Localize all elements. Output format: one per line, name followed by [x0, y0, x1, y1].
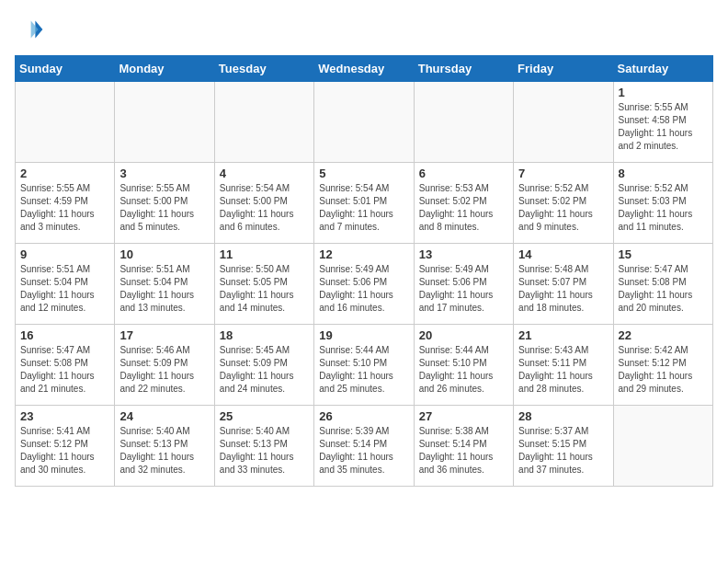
calendar-cell: 24Sunrise: 5:40 AM Sunset: 5:13 PM Dayli… [115, 406, 214, 487]
calendar-cell: 23Sunrise: 5:41 AM Sunset: 5:12 PM Dayli… [16, 406, 115, 487]
day-number: 20 [419, 328, 508, 342]
logo [15, 15, 48, 44]
day-info: Sunrise: 5:44 AM Sunset: 5:10 PM Dayligh… [319, 344, 408, 396]
calendar-cell [115, 82, 214, 163]
day-info: Sunrise: 5:54 AM Sunset: 5:01 PM Dayligh… [319, 182, 408, 234]
day-number: 24 [119, 409, 209, 423]
day-info: Sunrise: 5:40 AM Sunset: 5:13 PM Dayligh… [220, 425, 309, 477]
day-info: Sunrise: 5:47 AM Sunset: 5:08 PM Dayligh… [619, 263, 708, 315]
day-info: Sunrise: 5:38 AM Sunset: 5:14 PM Dayligh… [419, 425, 508, 477]
calendar-week-1: 2Sunrise: 5:55 AM Sunset: 4:59 PM Daylig… [16, 163, 713, 244]
calendar-cell: 9Sunrise: 5:51 AM Sunset: 5:04 PM Daylig… [16, 244, 115, 325]
day-number: 2 [20, 167, 109, 180]
weekday-header-monday: Monday [115, 56, 214, 82]
day-info: Sunrise: 5:54 AM Sunset: 5:00 PM Dayligh… [220, 182, 309, 234]
day-number: 21 [518, 328, 608, 342]
day-info: Sunrise: 5:51 AM Sunset: 5:04 PM Dayligh… [119, 263, 209, 315]
weekday-header-sunday: Sunday [16, 56, 115, 82]
day-number: 5 [319, 167, 408, 180]
calendar-cell: 17Sunrise: 5:46 AM Sunset: 5:09 PM Dayli… [115, 325, 214, 406]
day-number: 26 [319, 409, 408, 423]
day-info: Sunrise: 5:49 AM Sunset: 5:06 PM Dayligh… [419, 263, 508, 315]
day-info: Sunrise: 5:37 AM Sunset: 5:15 PM Dayligh… [518, 425, 608, 477]
weekday-header-row: SundayMondayTuesdayWednesdayThursdayFrid… [16, 56, 713, 82]
calendar-body: 1Sunrise: 5:55 AM Sunset: 4:58 PM Daylig… [16, 82, 713, 487]
calendar-cell: 19Sunrise: 5:44 AM Sunset: 5:10 PM Dayli… [314, 325, 414, 406]
weekday-header-thursday: Thursday [414, 56, 513, 82]
day-info: Sunrise: 5:48 AM Sunset: 5:07 PM Dayligh… [518, 263, 608, 315]
day-number: 14 [518, 247, 608, 261]
day-info: Sunrise: 5:45 AM Sunset: 5:09 PM Dayligh… [220, 344, 309, 396]
day-info: Sunrise: 5:53 AM Sunset: 5:02 PM Dayligh… [419, 182, 508, 234]
day-info: Sunrise: 5:55 AM Sunset: 4:58 PM Dayligh… [619, 101, 708, 153]
calendar-cell: 28Sunrise: 5:37 AM Sunset: 5:15 PM Dayli… [514, 406, 613, 487]
day-number: 4 [220, 167, 309, 180]
calendar-cell: 12Sunrise: 5:49 AM Sunset: 5:06 PM Dayli… [314, 244, 414, 325]
weekday-header-wednesday: Wednesday [314, 56, 414, 82]
weekday-header-friday: Friday [514, 56, 613, 82]
day-number: 1 [619, 86, 708, 99]
calendar-week-4: 23Sunrise: 5:41 AM Sunset: 5:12 PM Dayli… [16, 406, 713, 487]
day-number: 15 [619, 247, 708, 261]
day-info: Sunrise: 5:39 AM Sunset: 5:14 PM Dayligh… [319, 425, 408, 477]
day-number: 17 [119, 328, 209, 342]
calendar-cell: 25Sunrise: 5:40 AM Sunset: 5:13 PM Dayli… [214, 406, 313, 487]
day-number: 18 [220, 328, 309, 342]
day-number: 25 [220, 409, 309, 423]
calendar-cell [414, 82, 513, 163]
calendar-cell: 1Sunrise: 5:55 AM Sunset: 4:58 PM Daylig… [613, 82, 712, 163]
weekday-header-tuesday: Tuesday [214, 56, 313, 82]
calendar-cell: 11Sunrise: 5:50 AM Sunset: 5:05 PM Dayli… [214, 244, 313, 325]
day-info: Sunrise: 5:49 AM Sunset: 5:06 PM Dayligh… [319, 263, 408, 315]
day-number: 6 [419, 167, 508, 180]
calendar-cell: 21Sunrise: 5:43 AM Sunset: 5:11 PM Dayli… [514, 325, 613, 406]
calendar-cell [16, 82, 115, 163]
day-number: 19 [319, 328, 408, 342]
calendar-cell: 5Sunrise: 5:54 AM Sunset: 5:01 PM Daylig… [314, 163, 414, 244]
calendar-cell: 15Sunrise: 5:47 AM Sunset: 5:08 PM Dayli… [613, 244, 712, 325]
calendar-cell: 18Sunrise: 5:45 AM Sunset: 5:09 PM Dayli… [214, 325, 313, 406]
day-number: 28 [518, 409, 608, 423]
day-info: Sunrise: 5:52 AM Sunset: 5:02 PM Dayligh… [518, 182, 608, 234]
calendar-table: SundayMondayTuesdayWednesdayThursdayFrid… [15, 55, 713, 487]
weekday-header-saturday: Saturday [613, 56, 712, 82]
day-info: Sunrise: 5:44 AM Sunset: 5:10 PM Dayligh… [419, 344, 508, 396]
logo-icon [15, 15, 44, 44]
calendar-cell [613, 406, 712, 487]
day-info: Sunrise: 5:41 AM Sunset: 5:12 PM Dayligh… [20, 425, 109, 477]
calendar-cell: 14Sunrise: 5:48 AM Sunset: 5:07 PM Dayli… [514, 244, 613, 325]
day-info: Sunrise: 5:52 AM Sunset: 5:03 PM Dayligh… [619, 182, 708, 234]
day-info: Sunrise: 5:40 AM Sunset: 5:13 PM Dayligh… [119, 425, 209, 477]
day-info: Sunrise: 5:42 AM Sunset: 5:12 PM Dayligh… [619, 344, 708, 396]
day-number: 7 [518, 167, 608, 180]
day-info: Sunrise: 5:55 AM Sunset: 5:00 PM Dayligh… [119, 182, 209, 234]
day-number: 23 [20, 409, 109, 423]
day-number: 10 [119, 247, 209, 261]
calendar-cell: 7Sunrise: 5:52 AM Sunset: 5:02 PM Daylig… [514, 163, 613, 244]
day-number: 16 [20, 328, 109, 342]
day-number: 22 [619, 328, 708, 342]
day-number: 11 [220, 247, 309, 261]
day-info: Sunrise: 5:43 AM Sunset: 5:11 PM Dayligh… [518, 344, 608, 396]
day-number: 12 [319, 247, 408, 261]
calendar-cell: 20Sunrise: 5:44 AM Sunset: 5:10 PM Dayli… [414, 325, 513, 406]
calendar-cell [314, 82, 414, 163]
calendar-cell: 4Sunrise: 5:54 AM Sunset: 5:00 PM Daylig… [214, 163, 313, 244]
calendar-week-2: 9Sunrise: 5:51 AM Sunset: 5:04 PM Daylig… [16, 244, 713, 325]
calendar-cell: 8Sunrise: 5:52 AM Sunset: 5:03 PM Daylig… [613, 163, 712, 244]
day-number: 13 [419, 247, 508, 261]
day-number: 8 [619, 167, 708, 180]
calendar-cell [214, 82, 313, 163]
calendar-cell: 16Sunrise: 5:47 AM Sunset: 5:08 PM Dayli… [16, 325, 115, 406]
page-header [15, 15, 713, 44]
calendar-cell: 10Sunrise: 5:51 AM Sunset: 5:04 PM Dayli… [115, 244, 214, 325]
calendar-cell: 6Sunrise: 5:53 AM Sunset: 5:02 PM Daylig… [414, 163, 513, 244]
calendar-cell [514, 82, 613, 163]
day-number: 3 [119, 167, 209, 180]
calendar-cell: 3Sunrise: 5:55 AM Sunset: 5:00 PM Daylig… [115, 163, 214, 244]
calendar-week-3: 16Sunrise: 5:47 AM Sunset: 5:08 PM Dayli… [16, 325, 713, 406]
calendar-cell: 27Sunrise: 5:38 AM Sunset: 5:14 PM Dayli… [414, 406, 513, 487]
calendar-cell: 22Sunrise: 5:42 AM Sunset: 5:12 PM Dayli… [613, 325, 712, 406]
day-info: Sunrise: 5:47 AM Sunset: 5:08 PM Dayligh… [20, 344, 109, 396]
day-info: Sunrise: 5:55 AM Sunset: 4:59 PM Dayligh… [20, 182, 109, 234]
